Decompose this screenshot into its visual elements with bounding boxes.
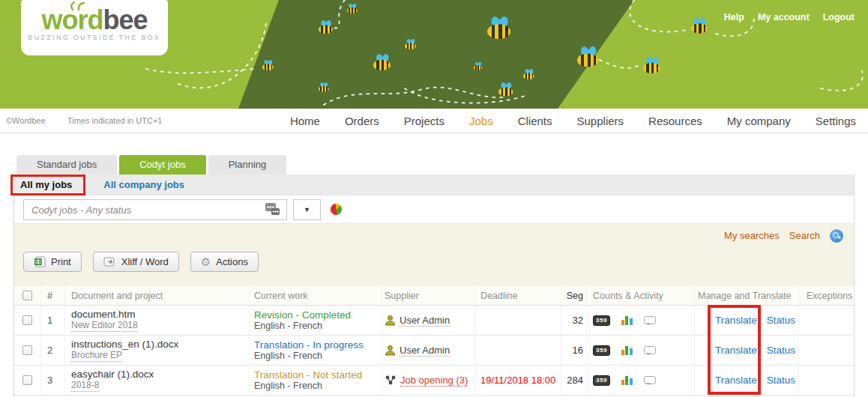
subtab-all-company-jobs[interactable]: All company jobs — [103, 179, 184, 190]
tab-standard-jobs[interactable]: Standard jobs — [16, 155, 117, 175]
bar-chart-icon[interactable] — [621, 315, 633, 325]
help-link[interactable]: Help — [724, 12, 744, 22]
document-name[interactable]: instructions_en (1).docx — [71, 339, 178, 350]
nav-projects[interactable]: Projects — [404, 115, 444, 127]
row-checkbox[interactable] — [22, 375, 32, 385]
filter-dropdown-button[interactable]: ▼ — [293, 199, 321, 220]
actions-section: My searches Search Print Xliff / Word — [14, 223, 854, 286]
chevron-down-icon: ▼ — [304, 206, 310, 213]
supplier-link[interactable]: User Admin — [400, 315, 450, 327]
project-name[interactable]: 2018-8 — [71, 380, 99, 392]
seg-count: 16 — [561, 336, 587, 365]
seg-count: 284 — [561, 366, 587, 395]
job-filter-input[interactable] — [23, 199, 287, 220]
actions-button[interactable]: ⚙ Actions — [190, 252, 259, 272]
bar-chart-icon[interactable] — [621, 345, 633, 355]
user-icon — [385, 315, 396, 326]
account-links: Help My account Logout — [724, 12, 855, 22]
subtab-row: All my jobs All company jobs — [14, 175, 854, 196]
bee-icon — [577, 46, 601, 67]
nav-home[interactable]: Home — [290, 115, 320, 127]
col-counts: Counts & Activity — [587, 286, 695, 305]
filter-row: ▼ — [14, 196, 854, 223]
status-link[interactable]: Status — [767, 375, 795, 386]
header-banner: wordbee BUZZING OUTSIDE THE BOX Help My … — [0, 0, 868, 109]
bee-icon — [319, 82, 330, 92]
bee-icon — [474, 62, 483, 70]
bee-icon — [643, 57, 663, 73]
work-status: Revision - Completed — [254, 309, 351, 321]
bar-chart-icon[interactable] — [621, 375, 633, 385]
jobs-panel: All my jobs All company jobs ▼ My search… — [13, 175, 855, 397]
row-checkbox[interactable] — [22, 345, 32, 355]
table-row: 3 easychair (1).docx 2018-8 Translation … — [14, 366, 854, 396]
supplier-link[interactable]: Job opening (3) — [400, 375, 468, 387]
searches-row: My searches Search — [14, 224, 854, 247]
bee-icon — [523, 69, 536, 79]
project-name[interactable]: New Editor 2018 — [71, 320, 138, 332]
deadline-value: 19/11/2018 18:00 — [476, 366, 561, 395]
gear-icon: ⚙ — [201, 256, 211, 267]
comment-icon[interactable] — [644, 376, 656, 384]
subtab-all-my-jobs[interactable]: All my jobs — [20, 179, 72, 190]
col-supplier: Supplier — [382, 286, 476, 305]
table-row: 2 instructions_en (1).docx Brochure EP T… — [14, 336, 854, 366]
search-icon[interactable] — [830, 229, 843, 243]
pie-chart-icon[interactable] — [330, 203, 343, 216]
bee-icon — [319, 20, 334, 34]
nav-items: Home Orders Projects Jobs Clients Suppli… — [290, 109, 856, 133]
logout-link[interactable]: Logout — [823, 12, 855, 22]
machine-translation-icon[interactable] — [265, 202, 281, 216]
nav-my-company[interactable]: My company — [727, 115, 791, 127]
bee-icon — [691, 18, 709, 34]
col-num: # — [41, 286, 65, 305]
nav-jobs[interactable]: Jobs — [469, 115, 493, 127]
jobs-tabs: Standard jobs Codyt jobs Planning — [16, 155, 286, 175]
work-status: Translation - In progress — [254, 339, 364, 351]
translate-link[interactable]: Translate — [715, 375, 757, 386]
status-link[interactable]: Status — [767, 315, 795, 326]
document-name[interactable]: document.htm — [71, 309, 138, 320]
comment-icon[interactable] — [644, 346, 656, 354]
work-status: Translation - Not started — [254, 369, 362, 381]
my-account-link[interactable]: My account — [758, 12, 810, 22]
nav-orders[interactable]: Orders — [345, 115, 379, 127]
col-seg: Seg — [561, 286, 587, 305]
logo-tagline: BUZZING OUTSIDE THE BOX — [21, 34, 168, 41]
nav-resources[interactable]: Resources — [648, 115, 702, 127]
language-pair: English - French — [254, 381, 362, 392]
xliff-word-button[interactable]: Xliff / Word — [93, 252, 179, 272]
translate-link[interactable]: Translate — [715, 345, 757, 356]
copyright-text: ©Wordbee — [6, 116, 46, 125]
row-checkbox[interactable] — [22, 315, 32, 325]
bee-icon — [373, 54, 393, 70]
word-count-badge[interactable]: 359 — [593, 375, 610, 386]
language-pair: English - French — [254, 351, 364, 362]
word-count-badge[interactable]: 359 — [593, 345, 610, 356]
supplier-link[interactable]: User Admin — [400, 345, 450, 357]
bee-icon — [498, 82, 515, 97]
nav-settings[interactable]: Settings — [816, 115, 856, 127]
col-manage: Manage and Translate — [695, 286, 799, 305]
tab-codyt-jobs[interactable]: Codyt jobs — [119, 155, 205, 175]
language-pair: English - French — [254, 321, 351, 332]
bee-icon — [262, 60, 275, 70]
my-searches-link[interactable]: My searches — [724, 230, 780, 241]
translate-link[interactable]: Translate — [715, 315, 757, 326]
print-button[interactable]: Print — [23, 252, 82, 272]
timezone-note: Times indicated in UTC+1 — [67, 116, 162, 125]
nav-clients[interactable]: Clients — [518, 115, 552, 127]
logo-text: wordbee — [21, 7, 168, 33]
search-link[interactable]: Search — [789, 230, 820, 241]
nav-suppliers[interactable]: Suppliers — [577, 115, 624, 127]
wordbee-logo[interactable]: wordbee BUZZING OUTSIDE THE BOX — [21, 0, 168, 55]
col-exceptions: Exceptions — [799, 286, 854, 305]
project-name[interactable]: Brochure EP — [71, 350, 122, 362]
select-all-checkbox[interactable] — [22, 291, 32, 300]
comment-icon[interactable] — [644, 316, 656, 324]
tab-planning[interactable]: Planning — [208, 155, 287, 175]
bee-icon — [347, 4, 358, 13]
word-count-badge[interactable]: 359 — [593, 315, 610, 326]
status-link[interactable]: Status — [767, 345, 795, 356]
document-name[interactable]: easychair (1).docx — [71, 369, 154, 380]
